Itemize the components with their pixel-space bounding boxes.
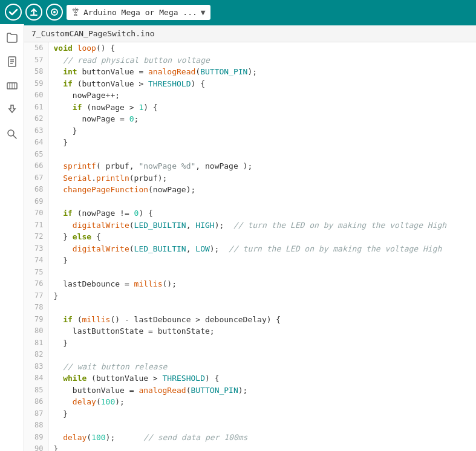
table-row: 87 }	[24, 408, 476, 420]
table-row: 75	[24, 267, 476, 279]
table-row: 63 }	[24, 125, 476, 137]
table-row: 80 lastButtonState = buttonState;	[24, 325, 476, 337]
svg-point-3	[53, 11, 56, 13]
board-selector[interactable]: Arduino Mega or Mega ... ▼	[67, 5, 210, 20]
table-row: 59 if (buttonValue > THRESHOLD) {	[24, 78, 476, 90]
sidebar-search-icon[interactable]	[5, 127, 19, 141]
dropdown-arrow-icon: ▼	[201, 8, 206, 17]
table-row: 90 }	[24, 443, 476, 451]
table-row: 77 }	[24, 290, 476, 302]
sidebar-files-icon[interactable]	[5, 54, 19, 69]
table-row: 71 digitalWrite(LED_BUILTIN, HIGH); // t…	[24, 219, 476, 232]
table-row: 82	[24, 349, 476, 361]
editor-area: 7_CustomCAN_PageSwitch.ino 56 void loop(…	[24, 24, 476, 451]
upload-button[interactable]	[25, 4, 42, 21]
table-row: 89 delay(100); // send data per 100ms	[24, 432, 476, 444]
sidebar-boards-icon[interactable]	[5, 79, 19, 93]
table-row: 67 Serial.println(prbuf);	[24, 172, 476, 184]
table-row: 78	[24, 302, 476, 314]
toolbar: Arduino Mega or Mega ... ▼	[0, 0, 476, 24]
file-tab[interactable]: 7_CustomCAN_PageSwitch.ino	[24, 24, 476, 42]
table-row: 69	[24, 196, 476, 208]
sidebar-folder-icon[interactable]	[5, 30, 19, 45]
table-row: 70 if (nowPage != 0) {	[24, 207, 476, 219]
table-row: 60 nowPage++;	[24, 89, 476, 102]
table-row: 66 sprintf( prbuf, "nowPage %d", nowPage…	[24, 160, 476, 172]
table-row: 57 // read physical button voltage	[24, 54, 476, 67]
table-row: 83 // wait button release	[24, 361, 476, 373]
table-row: 79 if (millis() - lastDebounce > debounc…	[24, 314, 476, 326]
sidebar-debug-icon[interactable]	[5, 103, 19, 117]
verify-button[interactable]	[5, 4, 22, 21]
main-area: 7_CustomCAN_PageSwitch.ino 56 void loop(…	[0, 24, 476, 451]
usb-icon	[71, 7, 80, 18]
table-row: 81 }	[24, 337, 476, 349]
table-row: 64 }	[24, 137, 476, 149]
table-row: 84 while (buttonValue > THRESHOLD) {	[24, 372, 476, 384]
file-tab-label: 7_CustomCAN_PageSwitch.ino	[31, 29, 155, 38]
table-row: 76 lastDebounce = millis();	[24, 278, 476, 290]
code-container[interactable]: 56 void loop() { 57 // read physical but…	[24, 42, 476, 451]
table-row: 58 int buttonValue = analogRead(BUTTON_P…	[24, 66, 476, 78]
table-row: 61 if (nowPage > 1) {	[24, 102, 476, 114]
table-row: 88	[24, 420, 476, 432]
table-row: 73 digitalWrite(LED_BUILTIN, LOW); // tu…	[24, 243, 476, 255]
table-row: 74 }	[24, 255, 476, 267]
table-row: 86 delay(100);	[24, 396, 476, 408]
table-row: 72 } else {	[24, 231, 476, 243]
code-table: 56 void loop() { 57 // read physical but…	[24, 42, 476, 451]
table-row: 85 buttonValue = analogRead(BUTTON_PIN);	[24, 384, 476, 397]
sidebar	[0, 24, 24, 451]
board-name-label: Arduino Mega or Mega ...	[83, 8, 197, 17]
table-row: 56 void loop() {	[24, 42, 476, 54]
svg-line-13	[13, 135, 16, 138]
table-row: 62 nowPage = 0;	[24, 113, 476, 125]
debug-button[interactable]	[46, 4, 63, 21]
table-row: 68 changePageFunction(nowPage);	[24, 184, 476, 196]
table-row: 65	[24, 149, 476, 161]
